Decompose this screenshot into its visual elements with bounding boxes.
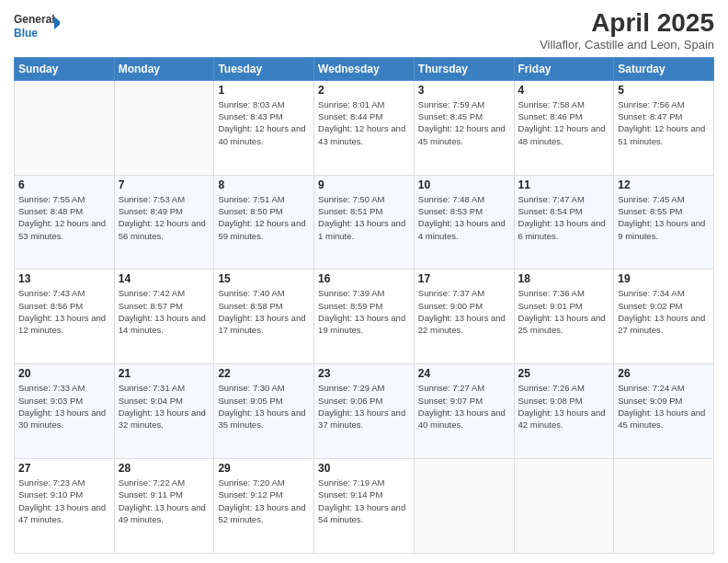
calendar-cell: 21Sunrise: 7:31 AMSunset: 9:04 PMDayligh… — [114, 364, 214, 459]
day-info: Sunrise: 7:53 AMSunset: 8:49 PMDaylight:… — [119, 193, 210, 242]
day-number: 21 — [119, 367, 210, 380]
calendar-cell: 29Sunrise: 7:20 AMSunset: 9:12 PMDayligh… — [214, 459, 314, 554]
day-info: Sunrise: 8:01 AMSunset: 8:44 PMDaylight:… — [318, 98, 410, 147]
calendar-cell: 9Sunrise: 7:50 AMSunset: 8:51 PMDaylight… — [314, 175, 415, 270]
day-number: 13 — [18, 272, 110, 285]
week-row-1: 1Sunrise: 8:03 AMSunset: 8:43 PMDaylight… — [15, 80, 714, 175]
calendar-cell: 24Sunrise: 7:27 AMSunset: 9:07 PMDayligh… — [414, 364, 514, 459]
day-number: 5 — [618, 84, 710, 97]
day-info: Sunrise: 7:34 AMSunset: 9:02 PMDaylight:… — [618, 287, 710, 336]
day-info: Sunrise: 7:51 AMSunset: 8:50 PMDaylight:… — [218, 193, 310, 242]
day-number: 27 — [18, 462, 110, 475]
day-info: Sunrise: 7:47 AMSunset: 8:54 PMDaylight:… — [518, 193, 610, 242]
calendar-cell: 3Sunrise: 7:59 AMSunset: 8:45 PMDaylight… — [414, 80, 514, 175]
day-number: 14 — [119, 272, 210, 285]
day-info: Sunrise: 7:23 AMSunset: 9:10 PMDaylight:… — [18, 477, 110, 525]
calendar-cell: 11Sunrise: 7:47 AMSunset: 8:54 PMDayligh… — [514, 175, 614, 270]
header-sunday: Sunday — [15, 57, 115, 80]
calendar-cell: 23Sunrise: 7:29 AMSunset: 9:06 PMDayligh… — [314, 364, 415, 459]
day-info: Sunrise: 7:24 AMSunset: 9:09 PMDaylight:… — [618, 382, 710, 431]
calendar-cell: 30Sunrise: 7:19 AMSunset: 9:14 PMDayligh… — [314, 459, 415, 554]
calendar-cell: 19Sunrise: 7:34 AMSunset: 9:02 PMDayligh… — [614, 270, 714, 364]
calendar-cell: 10Sunrise: 7:48 AMSunset: 8:53 PMDayligh… — [414, 175, 514, 270]
day-info: Sunrise: 7:42 AMSunset: 8:57 PMDaylight:… — [119, 287, 210, 336]
day-info: Sunrise: 7:33 AMSunset: 9:03 PMDaylight:… — [18, 382, 110, 431]
day-number: 17 — [418, 272, 510, 285]
day-number: 15 — [218, 272, 310, 285]
calendar-cell: 28Sunrise: 7:22 AMSunset: 9:11 PMDayligh… — [114, 459, 214, 554]
week-row-4: 20Sunrise: 7:33 AMSunset: 9:03 PMDayligh… — [15, 364, 714, 459]
calendar-cell — [614, 459, 714, 554]
week-row-5: 27Sunrise: 7:23 AMSunset: 9:10 PMDayligh… — [15, 459, 714, 554]
day-number: 29 — [218, 462, 310, 475]
day-info: Sunrise: 7:26 AMSunset: 9:08 PMDaylight:… — [518, 382, 610, 431]
calendar-cell — [514, 459, 614, 554]
calendar-cell: 14Sunrise: 7:42 AMSunset: 8:57 PMDayligh… — [114, 270, 214, 364]
svg-text:General: General — [14, 13, 55, 26]
calendar-cell: 25Sunrise: 7:26 AMSunset: 9:08 PMDayligh… — [514, 364, 614, 459]
logo-svg: General Blue — [14, 9, 60, 42]
day-number: 4 — [518, 84, 610, 97]
calendar-cell: 6Sunrise: 7:55 AMSunset: 8:48 PMDaylight… — [15, 175, 115, 270]
calendar-cell: 26Sunrise: 7:24 AMSunset: 9:09 PMDayligh… — [614, 364, 714, 459]
calendar-cell: 22Sunrise: 7:30 AMSunset: 9:05 PMDayligh… — [214, 364, 314, 459]
day-info: Sunrise: 7:39 AMSunset: 8:59 PMDaylight:… — [318, 287, 410, 336]
calendar-cell: 16Sunrise: 7:39 AMSunset: 8:59 PMDayligh… — [314, 270, 415, 364]
calendar-cell: 27Sunrise: 7:23 AMSunset: 9:10 PMDayligh… — [15, 459, 115, 554]
calendar-cell: 18Sunrise: 7:36 AMSunset: 9:01 PMDayligh… — [514, 270, 614, 364]
day-number: 23 — [318, 367, 410, 380]
day-number: 2 — [318, 84, 410, 97]
title-section: April 2025 Villaflor, Castille and Leon,… — [540, 9, 714, 52]
day-number: 22 — [218, 367, 310, 380]
calendar-cell: 20Sunrise: 7:33 AMSunset: 9:03 PMDayligh… — [15, 364, 115, 459]
day-info: Sunrise: 7:31 AMSunset: 9:04 PMDaylight:… — [119, 382, 210, 431]
calendar-cell: 1Sunrise: 8:03 AMSunset: 8:43 PMDaylight… — [214, 80, 314, 175]
calendar-cell: 13Sunrise: 7:43 AMSunset: 8:56 PMDayligh… — [15, 270, 115, 364]
day-info: Sunrise: 7:40 AMSunset: 8:58 PMDaylight:… — [218, 287, 310, 336]
day-number: 11 — [518, 178, 610, 191]
day-info: Sunrise: 7:29 AMSunset: 9:06 PMDaylight:… — [318, 382, 410, 431]
day-number: 24 — [418, 367, 510, 380]
header-wednesday: Wednesday — [314, 57, 415, 80]
day-info: Sunrise: 7:45 AMSunset: 8:55 PMDaylight:… — [618, 193, 710, 242]
day-info: Sunrise: 7:37 AMSunset: 9:00 PMDaylight:… — [418, 287, 510, 336]
day-info: Sunrise: 7:19 AMSunset: 9:14 PMDaylight:… — [318, 477, 410, 525]
header-friday: Friday — [514, 57, 614, 80]
day-info: Sunrise: 7:20 AMSunset: 9:12 PMDaylight:… — [218, 477, 310, 525]
calendar-cell: 5Sunrise: 7:56 AMSunset: 8:47 PMDaylight… — [614, 80, 714, 175]
calendar-cell: 4Sunrise: 7:58 AMSunset: 8:46 PMDaylight… — [514, 80, 614, 175]
day-number: 7 — [119, 178, 210, 191]
day-info: Sunrise: 7:55 AMSunset: 8:48 PMDaylight:… — [18, 193, 110, 242]
header-monday: Monday — [114, 57, 214, 80]
day-number: 6 — [18, 178, 110, 191]
calendar-cell: 15Sunrise: 7:40 AMSunset: 8:58 PMDayligh… — [214, 270, 314, 364]
day-info: Sunrise: 7:22 AMSunset: 9:11 PMDaylight:… — [119, 477, 210, 525]
day-number: 30 — [318, 462, 410, 475]
day-number: 9 — [318, 178, 410, 191]
main-title: April 2025 — [540, 9, 714, 38]
header-saturday: Saturday — [614, 57, 714, 80]
subtitle: Villaflor, Castille and Leon, Spain — [540, 38, 714, 52]
calendar-header: SundayMondayTuesdayWednesdayThursdayFrid… — [15, 57, 714, 80]
day-number: 10 — [418, 178, 510, 191]
svg-marker-2 — [54, 17, 60, 29]
calendar-cell — [15, 80, 115, 175]
header-tuesday: Tuesday — [214, 57, 314, 80]
calendar-cell — [414, 459, 514, 554]
day-info: Sunrise: 7:43 AMSunset: 8:56 PMDaylight:… — [18, 287, 110, 336]
header: General Blue April 2025 Villaflor, Casti… — [14, 9, 714, 52]
calendar-cell — [114, 80, 214, 175]
day-number: 19 — [618, 272, 710, 285]
header-row: SundayMondayTuesdayWednesdayThursdayFrid… — [15, 57, 714, 80]
calendar: SundayMondayTuesdayWednesdayThursdayFrid… — [14, 57, 714, 554]
calendar-body: 1Sunrise: 8:03 AMSunset: 8:43 PMDaylight… — [15, 80, 714, 553]
week-row-3: 13Sunrise: 7:43 AMSunset: 8:56 PMDayligh… — [15, 270, 714, 364]
day-info: Sunrise: 7:56 AMSunset: 8:47 PMDaylight:… — [618, 98, 710, 147]
day-info: Sunrise: 7:48 AMSunset: 8:53 PMDaylight:… — [418, 193, 510, 242]
day-number: 18 — [518, 272, 610, 285]
calendar-cell: 17Sunrise: 7:37 AMSunset: 9:00 PMDayligh… — [414, 270, 514, 364]
calendar-cell: 8Sunrise: 7:51 AMSunset: 8:50 PMDaylight… — [214, 175, 314, 270]
day-number: 12 — [618, 178, 710, 191]
day-number: 16 — [318, 272, 410, 285]
day-info: Sunrise: 7:30 AMSunset: 9:05 PMDaylight:… — [218, 382, 310, 431]
